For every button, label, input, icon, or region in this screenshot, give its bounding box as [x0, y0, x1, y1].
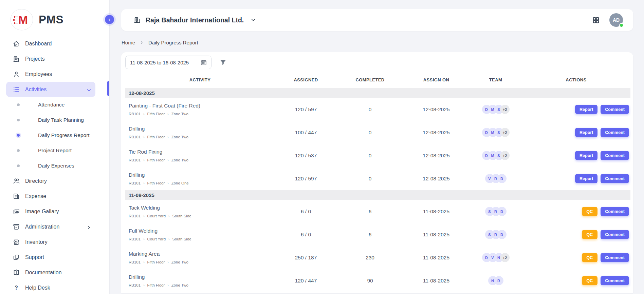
- sidebar-item-activities[interactable]: Activities: [6, 82, 95, 97]
- completed-value: 230: [337, 255, 403, 261]
- activity-path: RB101›Fifth Floor›Zone Two: [129, 158, 275, 162]
- user-avatar[interactable]: AD: [609, 13, 623, 27]
- activity-path: RB101›Fifth Floor›Zone One: [129, 181, 275, 185]
- archive-icon: [13, 223, 20, 231]
- comment-button[interactable]: Comment: [601, 207, 629, 216]
- team-extra-count[interactable]: +2: [500, 151, 510, 160]
- team-avatars: DMS+2: [470, 151, 522, 160]
- assigned-value: 120 / 597: [275, 176, 337, 182]
- building-icon: [13, 55, 20, 63]
- row-actions: ReportComment: [522, 174, 630, 183]
- breadcrumb-home[interactable]: Home: [122, 40, 135, 45]
- path-segment: South Side: [172, 214, 191, 218]
- chevron-right-icon: ›: [143, 237, 144, 241]
- sidebar-item-inventory[interactable]: Inventory: [6, 234, 95, 250]
- sidebar-subitem-daily-progress-report[interactable]: Daily Progress Report: [6, 128, 95, 143]
- team-avatars: SRD: [470, 230, 522, 239]
- qc-button[interactable]: QC: [582, 253, 598, 262]
- sidebar-item-label: Support: [25, 254, 92, 260]
- col-actions: ACTIONS: [522, 77, 630, 82]
- activity-cell: Marking Area RB101›Fifth Floor›Zone Two: [125, 251, 275, 264]
- apps-grid-icon[interactable]: [592, 16, 600, 24]
- path-segment: RB101: [129, 158, 141, 162]
- sidebar-item-help-desk[interactable]: ? Help Desk: [6, 280, 95, 294]
- path-segment: RB101: [129, 283, 141, 287]
- svg-text:?: ?: [15, 285, 18, 291]
- table-body: 12-08-2025 Painting - First Coat (Fire R…: [125, 88, 630, 292]
- comment-button[interactable]: Comment: [601, 253, 629, 262]
- sidebar-item-expense[interactable]: Expense: [6, 189, 95, 204]
- sidebar-item-image-gallary[interactable]: Image Gallary: [6, 204, 95, 219]
- assign-on-date: 12-08-2025: [403, 106, 470, 113]
- sidebar-item-label: Employees: [25, 71, 92, 77]
- comment-button[interactable]: Comment: [601, 128, 629, 137]
- sidebar-item-administration[interactable]: Administration: [6, 219, 95, 234]
- comment-button[interactable]: Comment: [601, 276, 629, 285]
- team-avatar[interactable]: R: [494, 276, 503, 285]
- team-avatars: DMS+2: [470, 105, 522, 114]
- team-avatar[interactable]: D: [497, 230, 507, 239]
- company-selector[interactable]: Raja Bahadur International Ltd.: [133, 16, 256, 24]
- sidebar-item-dashboard[interactable]: Dashboard: [6, 36, 95, 51]
- comment-button[interactable]: Comment: [601, 151, 629, 160]
- sidebar-item-label: Help Desk: [25, 285, 92, 291]
- sidebar-subitem-daily-expenses[interactable]: Daily Expenses: [6, 158, 95, 173]
- sidebar-item-support[interactable]: Support: [6, 250, 95, 265]
- comment-button[interactable]: Comment: [601, 230, 629, 239]
- qc-button[interactable]: QC: [582, 230, 598, 239]
- qc-button[interactable]: QC: [582, 276, 598, 285]
- comment-button[interactable]: Comment: [601, 105, 629, 114]
- top-header: Raja Bahadur International Ltd. AD: [121, 9, 633, 31]
- sidebar-item-documentation[interactable]: Documentation: [6, 265, 95, 280]
- assigned-value: 120 / 447: [275, 278, 337, 284]
- assign-on-date: 11-08-2025: [403, 232, 470, 238]
- report-button[interactable]: Report: [575, 174, 597, 183]
- sidebar-collapse-button[interactable]: [105, 15, 114, 24]
- bullet-icon: [17, 149, 20, 152]
- row-actions: QCComment: [522, 276, 630, 285]
- row-actions: QCComment: [522, 230, 630, 239]
- sidebar-item-directory[interactable]: Directory: [6, 173, 95, 189]
- team-extra-count[interactable]: +2: [500, 128, 510, 137]
- table-header: ACTIVITY ASSIGNED COMPLETED ASSIGN ON TE…: [125, 73, 630, 86]
- filter-row: 11-08-2025 to 16-08-2025: [125, 56, 630, 69]
- row-actions: QCComment: [522, 207, 630, 216]
- date-range-input[interactable]: 11-08-2025 to 16-08-2025: [125, 56, 211, 69]
- table-row: Painting - First Coat (Fire Red) RB101›F…: [125, 98, 630, 121]
- sidebar-item-employees[interactable]: Employees: [6, 66, 95, 82]
- activity-name: Tack Welding: [129, 205, 275, 211]
- activity-name: Full Welding: [129, 228, 275, 234]
- report-button[interactable]: Report: [575, 105, 597, 114]
- sidebar-subitem-attendance[interactable]: Attendance: [6, 97, 95, 112]
- path-segment: Zone Two: [171, 260, 188, 264]
- table-row: Tack Welding RB101›Court Yard›South Side…: [125, 200, 630, 223]
- sidebar-item-projects[interactable]: Projects: [6, 51, 95, 66]
- chevron-right-icon: ›: [143, 112, 144, 116]
- activity-cell: Tie Rod Fixing RB101›Fifth Floor›Zone Tw…: [125, 149, 275, 162]
- main-area: Raja Bahadur International Ltd. AD Home …: [110, 0, 644, 294]
- path-segment: RB101: [129, 135, 141, 139]
- col-team: TEAM: [470, 77, 522, 82]
- activity-name: Marking Area: [129, 251, 275, 257]
- filter-funnel-icon[interactable]: [219, 59, 227, 66]
- breadcrumb-current: Daily Progress Report: [148, 40, 198, 45]
- chevron-right-icon: ›: [167, 181, 168, 185]
- image-icon: [13, 208, 20, 215]
- home-icon: [13, 40, 20, 47]
- team-extra-count[interactable]: +2: [500, 105, 510, 114]
- sidebar-subitem-project-report[interactable]: Project Report: [6, 143, 95, 158]
- team-extra-count[interactable]: +2: [500, 253, 510, 262]
- sidebar-subitem-daily-task-planning[interactable]: Daily Task Planning: [6, 112, 95, 128]
- qc-button[interactable]: QC: [582, 207, 598, 216]
- team-avatar[interactable]: D: [497, 174, 507, 183]
- sidebar-item-label: Directory: [25, 178, 92, 184]
- receipt-icon: [13, 193, 20, 200]
- report-button[interactable]: Report: [575, 128, 597, 137]
- chevron-right-icon: ›: [143, 181, 144, 185]
- report-button[interactable]: Report: [575, 151, 597, 160]
- table-row: Marking Area RB101›Fifth Floor›Zone Two …: [125, 246, 630, 269]
- comment-button[interactable]: Comment: [601, 174, 629, 183]
- date-group-header: 11-08-2025: [125, 190, 630, 200]
- team-avatar[interactable]: D: [497, 207, 507, 216]
- sidebar-item-label: Image Gallary: [25, 209, 92, 215]
